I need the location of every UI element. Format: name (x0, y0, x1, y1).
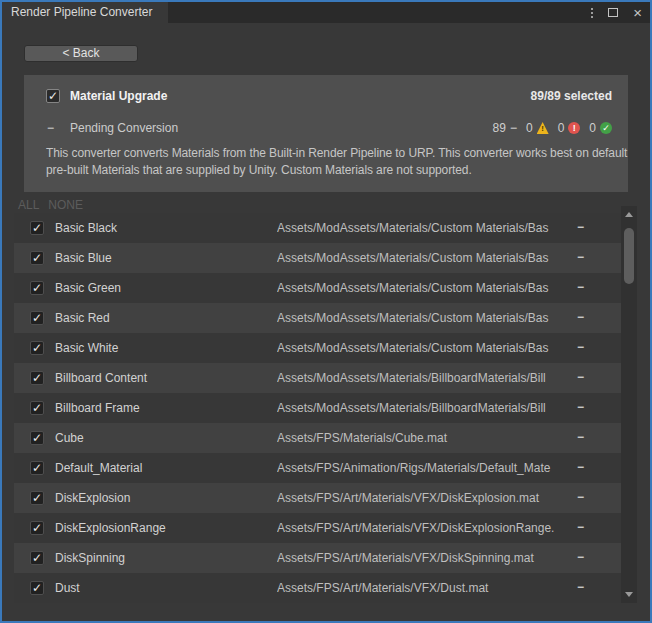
row-status-minus-icon: − (577, 310, 584, 324)
material-name: Cube (55, 431, 84, 445)
row-checkbox[interactable]: ✓ (30, 311, 44, 325)
warning-count: 0 (526, 121, 533, 135)
success-count-group: 0 ✓ (589, 121, 612, 135)
material-path: Assets/FPS/Materials/Cube.mat (277, 431, 570, 445)
material-name: Basic Green (55, 281, 121, 295)
row-checkbox[interactable]: ✓ (30, 581, 44, 595)
material-row[interactable]: ✓ DiskExplosion Assets/FPS/Art/Materials… (14, 483, 621, 513)
material-row[interactable]: ✓ Basic Blue Assets/ModAssets/Materials/… (14, 243, 621, 273)
material-path: Assets/FPS/Animation/Rigs/Materials/Defa… (277, 461, 570, 475)
material-name: DiskExplosionRange (55, 521, 166, 535)
checkmark-icon: ✓ (32, 251, 42, 265)
row-status-minus-icon: − (577, 580, 584, 594)
checkmark-icon: ✓ (32, 581, 42, 595)
material-path: Assets/FPS/Art/Materials/VFX/Dust.mat (277, 581, 570, 595)
material-path: Assets/FPS/Art/Materials/VFX/DiskExplosi… (277, 521, 570, 535)
row-status-minus-icon: − (577, 280, 584, 294)
row-status-minus-icon: − (577, 490, 584, 504)
checkmark-icon: ✓ (32, 311, 42, 325)
material-name: Billboard Frame (55, 401, 140, 415)
row-status-minus-icon: − (577, 340, 584, 354)
row-checkbox[interactable]: ✓ (30, 521, 44, 535)
material-row[interactable]: ✓ DiskExplosionRange Assets/FPS/Art/Mate… (14, 513, 621, 543)
title-bar: Render Pipeline Converter × (2, 2, 650, 23)
converter-panel: ✓ Material Upgrade 89/89 selected − Pend… (24, 75, 628, 192)
material-name: DiskSpinning (55, 551, 125, 565)
material-path: Assets/FPS/Art/Materials/VFX/DiskSpinnin… (277, 551, 570, 565)
pending-status-counts: 89 − 0 ! 0 ! 0 (493, 121, 612, 135)
pending-conversion-row: − Pending Conversion 89 − 0 ! 0 ! (47, 120, 612, 136)
material-row[interactable]: ✓ Billboard Content Assets/ModAssets/Mat… (14, 363, 621, 393)
converter-description: This converter converts Materials from t… (46, 145, 628, 179)
materials-list: ✓ Basic Black Assets/ModAssets/Materials… (14, 213, 621, 603)
checkmark-icon: ✓ (32, 281, 42, 295)
pending-total-group: 89 − (493, 121, 517, 135)
checkmark-icon: ✓ (32, 221, 42, 235)
row-checkbox[interactable]: ✓ (30, 551, 44, 565)
window-controls: × (591, 2, 642, 23)
row-checkbox[interactable]: ✓ (30, 281, 44, 295)
row-status-minus-icon: − (577, 220, 584, 234)
row-status-minus-icon: − (577, 250, 584, 264)
row-checkbox[interactable]: ✓ (30, 251, 44, 265)
pending-total: 89 (493, 121, 506, 135)
row-checkbox[interactable]: ✓ (30, 491, 44, 505)
material-row[interactable]: ✓ Basic Green Assets/ModAssets/Materials… (14, 273, 621, 303)
row-status-minus-icon: − (577, 550, 584, 564)
scroll-down-icon[interactable] (625, 592, 633, 597)
close-icon[interactable]: × (633, 8, 642, 18)
checkmark-icon: ✓ (32, 341, 42, 355)
warning-icon: ! (537, 122, 549, 134)
pending-label: Pending Conversion (70, 121, 178, 135)
material-row[interactable]: ✓ Basic Red Assets/ModAssets/Materials/C… (14, 303, 621, 333)
material-name: Basic White (55, 341, 118, 355)
select-none-button[interactable]: NONE (48, 198, 83, 212)
row-checkbox[interactable]: ✓ (30, 341, 44, 355)
row-status-minus-icon: − (577, 520, 584, 534)
material-row[interactable]: ✓ Billboard Frame Assets/ModAssets/Mater… (14, 393, 621, 423)
scrollbar-thumb[interactable] (624, 228, 634, 284)
maximize-icon[interactable] (608, 8, 618, 17)
row-checkbox[interactable]: ✓ (30, 221, 44, 235)
row-checkbox[interactable]: ✓ (30, 371, 44, 385)
row-status-minus-icon: − (577, 400, 584, 414)
checkmark-icon: ✓ (48, 89, 58, 103)
material-row[interactable]: ✓ Basic White Assets/ModAssets/Materials… (14, 333, 621, 363)
checkmark-icon: ✓ (32, 371, 42, 385)
window-tab[interactable]: Render Pipeline Converter (2, 2, 168, 23)
row-checkbox[interactable]: ✓ (30, 431, 44, 445)
success-icon: ✓ (600, 122, 612, 134)
row-checkbox[interactable]: ✓ (30, 461, 44, 475)
kebab-menu-icon[interactable] (591, 8, 593, 18)
checkmark-icon: ✓ (32, 461, 42, 475)
vertical-scrollbar[interactable] (621, 206, 637, 603)
material-row[interactable]: ✓ Default_Material Assets/FPS/Animation/… (14, 453, 621, 483)
back-button[interactable]: < Back (24, 45, 138, 62)
render-pipeline-converter-window: Render Pipeline Converter × < Back ✓ Mat… (0, 0, 652, 623)
minus-icon: − (47, 121, 60, 135)
row-status-minus-icon: − (577, 430, 584, 444)
error-icon: ! (568, 122, 580, 134)
row-checkbox[interactable]: ✓ (30, 401, 44, 415)
checkmark-icon: ✓ (32, 551, 42, 565)
row-status-minus-icon: − (577, 460, 584, 474)
material-row[interactable]: ✓ Dust Assets/FPS/Art/Materials/VFX/Dust… (14, 573, 621, 603)
converter-checkbox[interactable]: ✓ (46, 89, 60, 103)
material-row[interactable]: ✓ Basic Black Assets/ModAssets/Materials… (14, 213, 621, 243)
window-title: Render Pipeline Converter (11, 5, 152, 19)
error-count: 0 (558, 121, 565, 135)
material-path: Assets/ModAssets/Materials/Custom Materi… (277, 341, 570, 355)
selected-count: 89/89 selected (531, 89, 612, 103)
row-status-minus-icon: − (577, 370, 584, 384)
select-all-button[interactable]: ALL (18, 198, 39, 212)
material-name: Dust (55, 581, 80, 595)
material-row[interactable]: ✓ DiskSpinning Assets/FPS/Art/Materials/… (14, 543, 621, 573)
material-name: Default_Material (55, 461, 142, 475)
success-count: 0 (589, 121, 596, 135)
error-count-group: 0 ! (558, 121, 581, 135)
material-name: Billboard Content (55, 371, 147, 385)
converter-header: ✓ Material Upgrade 89/89 selected (46, 88, 612, 104)
scroll-up-icon[interactable] (625, 212, 633, 217)
material-row[interactable]: ✓ Cube Assets/FPS/Materials/Cube.mat − (14, 423, 621, 453)
material-path: Assets/ModAssets/Materials/Custom Materi… (277, 221, 570, 235)
